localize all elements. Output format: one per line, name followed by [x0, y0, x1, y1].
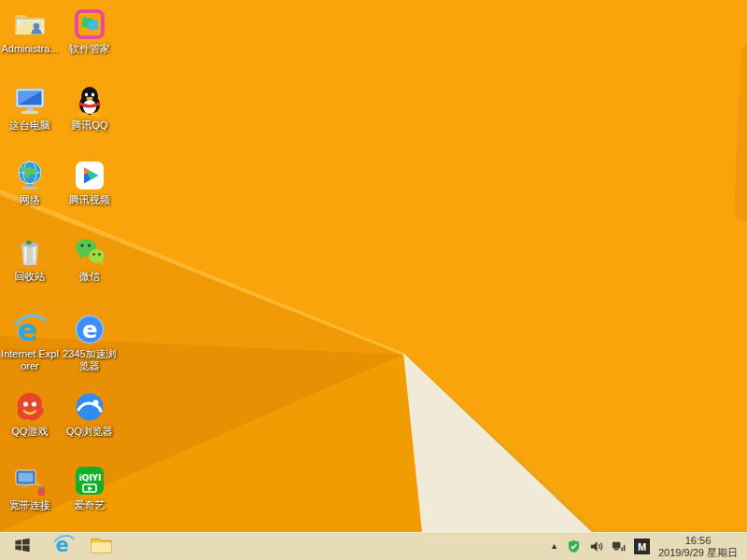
volume-icon[interactable] — [589, 539, 603, 553]
network-tray-icon[interactable] — [612, 539, 626, 553]
internet-explorer-icon: e — [13, 313, 47, 346]
desktop-icon-tencent-video[interactable]: 腾讯视频 — [60, 159, 120, 206]
system-tray: ▲ M 16:56 2019/9/29 星期日 — [550, 535, 747, 559]
clock-date: 2019/9/29 星期日 — [658, 547, 738, 559]
iqiyi-icon: iQIYI — [73, 464, 106, 497]
internet-explorer-icon: e — [53, 534, 75, 559]
qq-games-icon — [13, 390, 47, 424]
qq-browser-icon — [73, 390, 106, 424]
desktop-icon-this-pc[interactable]: 这台电脑 — [0, 84, 60, 132]
windows-start-icon — [14, 537, 31, 557]
icon-label: 宽带连接 — [9, 499, 50, 511]
security-green-icon[interactable] — [567, 539, 581, 553]
icon-label: 微信 — [79, 271, 100, 283]
software-manager-icon — [73, 7, 106, 41]
taskbar-internet-explorer-button[interactable]: e — [45, 533, 82, 560]
icon-label: 腾讯视频 — [69, 194, 110, 206]
wechat-icon — [73, 235, 106, 269]
2345-browser-icon: e — [73, 313, 106, 346]
icon-label: QQ游戏 — [11, 426, 48, 438]
icon-label: 回收站 — [15, 271, 46, 283]
computer-icon — [13, 84, 47, 118]
taskbar-clock[interactable]: 16:56 2019/9/29 星期日 — [658, 535, 738, 559]
desktop-icon-tencent-qq[interactable]: 腾讯QQ — [60, 84, 120, 132]
network-globe-icon — [13, 159, 47, 192]
desktop-icon-iqiyi[interactable]: iQIYI 爱奇艺 — [60, 464, 120, 511]
desktop-icon-recycle-bin[interactable]: 回收站 — [0, 235, 60, 283]
qq-penguin-icon — [73, 84, 106, 118]
taskbar: e ▲ — [0, 532, 747, 560]
start-button[interactable] — [0, 533, 45, 560]
desktop-icon-2345-browser[interactable]: e 2345加速浏览器 — [60, 313, 120, 372]
recycle-bin-icon — [13, 235, 47, 269]
icon-label: Administra... — [1, 43, 58, 55]
icon-label: 爱奇艺 — [75, 499, 106, 511]
desktop-icon-wechat[interactable]: 微信 — [60, 235, 120, 283]
icon-label: Internet Explorer — [0, 348, 60, 372]
icon-label: 这台电脑 — [9, 119, 50, 132]
user-folder-icon — [13, 7, 47, 41]
hidden-icons-chevron[interactable]: ▲ — [550, 542, 558, 551]
desktop-icon-qq-games[interactable]: QQ游戏 — [0, 390, 60, 438]
ime-language-badge[interactable]: M — [634, 539, 650, 554]
icon-label: 腾讯QQ — [71, 119, 107, 132]
icon-label: 软件管家 — [69, 43, 110, 55]
file-explorer-icon — [91, 536, 112, 557]
icon-label: QQ浏览器 — [66, 426, 113, 438]
desktop-icon-network[interactable]: 网络 — [0, 159, 60, 206]
broadband-icon — [13, 464, 47, 497]
desktop-icon-broadband[interactable]: 宽带连接 — [0, 464, 60, 511]
icon-label: 2345加速浏览器 — [60, 348, 120, 372]
desktop[interactable]: Administra... 这台电脑 网络 — [0, 0, 747, 532]
tencent-video-icon — [73, 159, 106, 192]
desktop-icon-internet-explorer[interactable]: e Internet Explorer — [0, 313, 60, 372]
desktop-icon-administrator[interactable]: Administra... — [0, 7, 60, 55]
icon-label: 网络 — [20, 194, 40, 206]
svg-text:iQIYI: iQIYI — [79, 473, 102, 483]
desktop-icon-software-manager[interactable]: 软件管家 — [60, 7, 120, 55]
taskbar-file-explorer-button[interactable] — [82, 533, 120, 560]
clock-time: 16:56 — [658, 535, 738, 547]
desktop-icon-qq-browser[interactable]: QQ浏览器 — [60, 390, 120, 438]
svg-text:e: e — [82, 317, 97, 343]
